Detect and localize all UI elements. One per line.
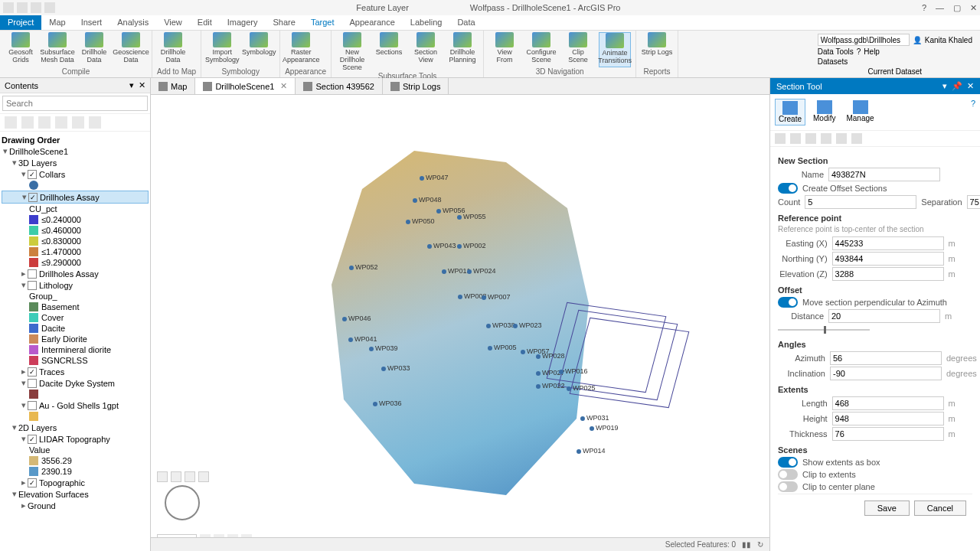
drillhole-point[interactable]: WP047 [420, 174, 449, 181]
azimuth-input[interactable] [830, 351, 942, 365]
drillhole-planning-button[interactable]: Drillhole Planning [446, 32, 479, 72]
tab-close-icon[interactable]: ✕ [280, 81, 287, 91]
scene-tool-icon[interactable] [171, 471, 181, 482]
mode-icon[interactable] [821, 133, 831, 144]
help-icon[interactable]: ? [922, 3, 926, 13]
list-by-source-icon[interactable] [21, 116, 34, 129]
drillhole-point[interactable]: WP050 [406, 217, 435, 225]
tab-edit[interactable]: Edit [190, 15, 220, 30]
view-tab-map[interactable]: Map [151, 78, 195, 94]
tab-modify[interactable]: Modify [810, 99, 838, 126]
scene-tool-icon[interactable] [198, 471, 209, 482]
tab-imagery[interactable]: Imagery [220, 15, 266, 30]
data-tools-link[interactable]: Data Tools [818, 47, 854, 56]
lithology-layer[interactable]: ▾Lithology [2, 279, 149, 291]
help-icon[interactable]: ? [971, 99, 975, 108]
count-input[interactable] [805, 195, 916, 209]
contents-search-input[interactable] [2, 96, 148, 111]
strip-logs-button[interactable]: Strip Logs [641, 32, 673, 67]
geoscience-data-button[interactable]: Geoscience Data [115, 32, 147, 67]
tab-target[interactable]: Target [303, 15, 342, 30]
list-by-snapping-icon[interactable] [72, 116, 84, 129]
traces-layer[interactable]: ▸Traces [2, 366, 149, 377]
compass-icon[interactable] [165, 485, 200, 520]
name-input[interactable] [828, 168, 940, 181]
datasets-link[interactable]: Datasets [818, 57, 848, 66]
create-offset-toggle[interactable] [778, 183, 798, 194]
tab-appearance[interactable]: Appearance [341, 15, 402, 30]
elevation-input[interactable] [832, 267, 944, 281]
drillhole-point[interactable]: WP011 [442, 267, 471, 275]
section-view-button[interactable]: Section View [410, 32, 442, 72]
maximize-icon[interactable]: ▢ [953, 3, 961, 13]
move-perp-toggle[interactable] [778, 297, 798, 308]
scene-node[interactable]: ▾DrillholeScene1 [2, 145, 149, 157]
help-link[interactable]: Help [864, 47, 880, 56]
scene-viewport[interactable]: WP047WP048WP056WP055WP050WP043WP002WP052… [151, 95, 769, 551]
3d-layers-node[interactable]: ▾3D Layers [2, 157, 149, 168]
redo-icon[interactable] [44, 2, 55, 13]
inclination-input[interactable] [830, 367, 942, 380]
list-by-editing-icon[interactable] [55, 116, 67, 129]
drillhole-point[interactable]: WP041 [348, 335, 377, 343]
tab-analysis[interactable]: Analysis [109, 15, 156, 30]
drillhole-point[interactable]: WP043 [427, 242, 456, 249]
drillhole-point[interactable]: WP046 [342, 315, 371, 322]
tab-map[interactable]: Map [41, 15, 73, 30]
raster-appearance-button[interactable]: Raster Appearance [285, 32, 317, 67]
geosoft-grids-button[interactable]: Geosoft Grids [5, 32, 37, 67]
status-icon[interactable]: ▮▮ [742, 540, 751, 549]
symbology-button[interactable]: Symbology [243, 32, 275, 67]
tab-insert[interactable]: Insert [74, 15, 110, 30]
2d-layers-node[interactable]: ▾2D Layers [2, 422, 149, 433]
list-by-drawing-icon[interactable] [5, 116, 17, 129]
drillhole-point[interactable]: WP036 [373, 399, 402, 407]
drillhole-point[interactable]: WP005 [488, 344, 517, 351]
tab-view[interactable]: View [156, 15, 190, 30]
thickness-input[interactable] [832, 427, 944, 441]
drillhole-point[interactable]: WP016 [559, 367, 588, 375]
undo-icon[interactable] [31, 2, 41, 13]
lidar-layer[interactable]: ▾LIDAR Topography [2, 433, 149, 445]
mode-icon[interactable] [775, 133, 786, 144]
drillholes-assay2-layer[interactable]: ▸Drillholes Assay [2, 268, 149, 279]
view-tab-section[interactable]: Section 439562 [296, 78, 382, 94]
drillhole-point[interactable]: WP028 [536, 352, 565, 360]
collars-layer[interactable]: ▾Collars [2, 168, 149, 180]
list-by-selection-icon[interactable] [38, 116, 51, 129]
cancel-button[interactable]: Cancel [914, 500, 966, 516]
add-drillhole-button[interactable]: Drillhole Data [157, 32, 189, 67]
drillhole-point[interactable]: WP024 [467, 267, 496, 275]
au-gold-layer[interactable]: ▾Au - Gold Shells 1gpt [2, 399, 149, 411]
panel-close-icon[interactable]: ✕ [967, 81, 974, 91]
tab-project[interactable]: Project [0, 15, 41, 30]
list-by-labeling-icon[interactable] [89, 116, 101, 129]
view-tab-scene[interactable]: DrillholeScene1✕ [195, 78, 296, 94]
view-from-button[interactable]: View From [488, 32, 521, 67]
tab-data[interactable]: Data [449, 15, 482, 30]
save-button[interactable]: Save [864, 500, 910, 516]
mode-icon[interactable] [790, 133, 801, 144]
drillhole-point[interactable]: WP038 [486, 321, 515, 329]
tab-create[interactable]: Create [775, 99, 805, 126]
clip-center-toggle[interactable] [778, 481, 798, 492]
status-icon[interactable]: ↻ [757, 540, 763, 549]
northing-input[interactable] [832, 252, 944, 266]
clip-extents-toggle[interactable] [778, 469, 798, 480]
subsurface-mesh-button[interactable]: Subsurface Mesh Data [41, 32, 74, 67]
separation-input[interactable] [967, 195, 980, 209]
drillhole-point[interactable]: WP007 [482, 293, 511, 301]
save-icon[interactable] [17, 2, 28, 13]
mode-icon[interactable] [805, 133, 816, 144]
clip-scene-button[interactable]: Clip Scene [562, 32, 594, 67]
drillhole-point[interactable]: WP031 [580, 414, 609, 422]
view-tab-strip-logs[interactable]: Strip Logs [383, 78, 449, 94]
dataset-input[interactable] [818, 34, 910, 46]
mode-icon[interactable] [836, 133, 847, 144]
drillhole-point[interactable]: WP048 [413, 196, 442, 204]
drillhole-point[interactable]: WP025 [567, 384, 596, 392]
drillhole-point[interactable]: WP052 [349, 263, 378, 271]
drillhole-point[interactable]: WP014 [577, 447, 606, 455]
contents-menu-icon[interactable]: ▾ [129, 80, 134, 90]
elevation-surfaces-node[interactable]: ▾Elevation Surfaces [2, 488, 149, 500]
